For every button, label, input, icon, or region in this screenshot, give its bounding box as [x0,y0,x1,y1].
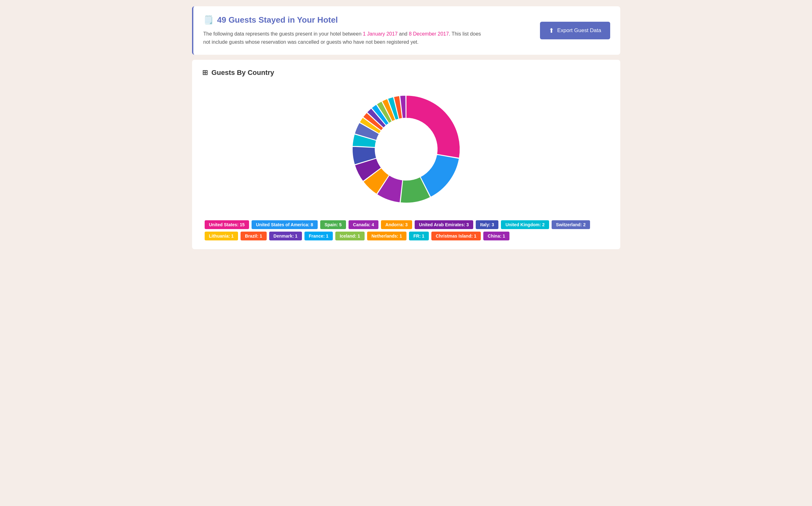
country-tag: France: 1 [304,232,333,240]
country-tag: United Kingdom: 2 [501,220,549,229]
country-tag: Christmas Island: 1 [431,232,481,240]
chart-title: Guests By Country [212,69,274,77]
card-description: The following data represents the guests… [203,30,487,46]
country-tag: Canada: 4 [349,220,378,229]
export-button[interactable]: ⬆ Export Guest Data [540,22,610,39]
layers-icon: ⊞ [202,69,208,77]
donut-chart-container [202,83,610,215]
date-end: 8 December 2017 [409,31,449,36]
country-tags: United States: 15United States of Americ… [202,220,610,240]
country-tag: United States: 15 [205,220,249,229]
description-middle: and [398,31,409,36]
donut-chart-svg [346,89,466,209]
page-title: 49 Guests Stayed in Your Hotel [217,15,338,25]
export-button-label: Export Guest Data [557,27,601,34]
chart-title-row: ⊞ Guests By Country [202,69,610,77]
country-tag: United Arab Emirates: 3 [415,220,473,229]
country-tag: Iceland: 1 [335,232,365,240]
country-tag: FR: 1 [409,232,429,240]
country-tag: Andorra: 3 [381,220,412,229]
svg-point-0 [376,119,436,179]
date-start: 1 January 2017 [363,31,397,36]
country-tag: Denmark: 1 [269,232,302,240]
chart-card: ⊞ Guests By Country United States: 15Uni… [192,60,620,249]
country-tag: Netherlands: 1 [367,232,407,240]
country-tag: United States of America: 8 [251,220,318,229]
export-icon: ⬆ [549,27,554,34]
country-tag: Switzerland: 2 [551,220,590,229]
header-icon: 🗒️ [203,15,214,25]
country-tag: Lithuania: 1 [205,232,238,240]
header-card: 🗒️ 49 Guests Stayed in Your Hotel The fo… [192,6,620,55]
country-tag: Italy: 3 [476,220,498,229]
country-tag: China: 1 [483,232,509,240]
country-tag: Brazil: 1 [240,232,266,240]
country-tag: Spain: 5 [320,220,346,229]
description-prefix: The following data represents the guests… [203,31,363,36]
